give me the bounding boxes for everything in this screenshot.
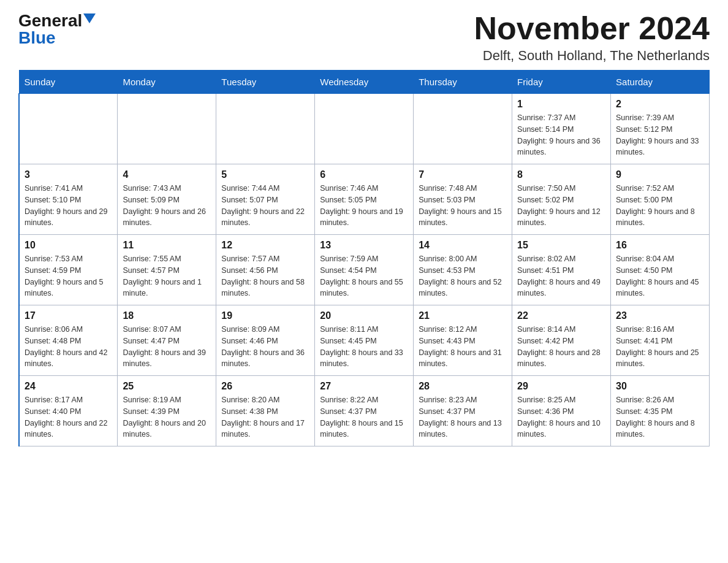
weekday-header-wednesday: Wednesday	[315, 71, 414, 94]
calendar-cell: 24Sunrise: 8:17 AMSunset: 4:40 PMDayligh…	[19, 376, 118, 446]
day-info: Sunrise: 7:52 AMSunset: 5:00 PMDaylight:…	[616, 183, 704, 229]
week-row-2: 3Sunrise: 7:41 AMSunset: 5:10 PMDaylight…	[19, 164, 710, 235]
calendar-cell: 6Sunrise: 7:46 AMSunset: 5:05 PMDaylight…	[315, 164, 414, 235]
weekday-header-friday: Friday	[512, 71, 611, 94]
day-number: 5	[221, 169, 309, 180]
weekday-header-row: SundayMondayTuesdayWednesdayThursdayFrid…	[19, 71, 710, 94]
day-info: Sunrise: 8:12 AMSunset: 4:43 PMDaylight:…	[419, 324, 507, 370]
day-info: Sunrise: 7:53 AMSunset: 4:59 PMDaylight:…	[25, 253, 112, 299]
day-number: 14	[419, 240, 507, 251]
day-info: Sunrise: 8:11 AMSunset: 4:45 PMDaylight:…	[320, 324, 408, 370]
day-number: 8	[517, 169, 605, 180]
day-number: 22	[517, 310, 605, 321]
day-number: 7	[419, 169, 507, 180]
calendar-cell: 9Sunrise: 7:52 AMSunset: 5:00 PMDaylight…	[611, 164, 710, 235]
day-number: 10	[25, 240, 112, 251]
day-number: 20	[320, 310, 408, 321]
day-info: Sunrise: 8:22 AMSunset: 4:37 PMDaylight:…	[320, 394, 408, 440]
page-header: General Blue November 2024 Delft, South …	[18, 12, 710, 64]
day-info: Sunrise: 8:09 AMSunset: 4:46 PMDaylight:…	[221, 324, 309, 370]
calendar-cell: 2Sunrise: 7:39 AMSunset: 5:12 PMDaylight…	[611, 94, 710, 164]
week-row-1: 1Sunrise: 7:37 AMSunset: 5:14 PMDaylight…	[19, 94, 710, 164]
logo-general-row: General	[18, 12, 96, 29]
day-info: Sunrise: 7:44 AMSunset: 5:07 PMDaylight:…	[221, 183, 309, 229]
day-number: 3	[25, 169, 112, 180]
weekday-header-saturday: Saturday	[611, 71, 710, 94]
weekday-header-tuesday: Tuesday	[216, 71, 315, 94]
calendar-cell	[118, 94, 216, 164]
day-number: 2	[616, 99, 704, 110]
day-number: 28	[419, 381, 507, 392]
day-info: Sunrise: 8:00 AMSunset: 4:53 PMDaylight:…	[419, 253, 507, 299]
weekday-header-thursday: Thursday	[414, 71, 512, 94]
calendar-cell: 13Sunrise: 7:59 AMSunset: 4:54 PMDayligh…	[315, 235, 414, 305]
weekday-header-monday: Monday	[118, 71, 216, 94]
day-number: 26	[221, 381, 309, 392]
calendar-cell	[414, 94, 512, 164]
calendar-cell: 26Sunrise: 8:20 AMSunset: 4:38 PMDayligh…	[216, 376, 315, 446]
calendar-cell	[19, 94, 118, 164]
day-info: Sunrise: 8:26 AMSunset: 4:35 PMDaylight:…	[616, 394, 704, 440]
day-info: Sunrise: 7:55 AMSunset: 4:57 PMDaylight:…	[123, 253, 211, 299]
day-number: 27	[320, 381, 408, 392]
day-number: 30	[616, 381, 704, 392]
calendar-cell: 19Sunrise: 8:09 AMSunset: 4:46 PMDayligh…	[216, 305, 315, 376]
calendar-cell: 17Sunrise: 8:06 AMSunset: 4:48 PMDayligh…	[19, 305, 118, 376]
day-number: 24	[25, 381, 112, 392]
day-info: Sunrise: 7:46 AMSunset: 5:05 PMDaylight:…	[320, 183, 408, 229]
day-info: Sunrise: 8:17 AMSunset: 4:40 PMDaylight:…	[25, 394, 112, 440]
calendar-cell: 8Sunrise: 7:50 AMSunset: 5:02 PMDaylight…	[512, 164, 611, 235]
day-info: Sunrise: 8:07 AMSunset: 4:47 PMDaylight:…	[123, 324, 211, 370]
calendar-cell: 18Sunrise: 8:07 AMSunset: 4:47 PMDayligh…	[118, 305, 216, 376]
day-info: Sunrise: 7:59 AMSunset: 4:54 PMDaylight:…	[320, 253, 408, 299]
calendar-cell: 14Sunrise: 8:00 AMSunset: 4:53 PMDayligh…	[414, 235, 512, 305]
day-info: Sunrise: 8:20 AMSunset: 4:38 PMDaylight:…	[221, 394, 309, 440]
calendar-cell: 5Sunrise: 7:44 AMSunset: 5:07 PMDaylight…	[216, 164, 315, 235]
day-number: 29	[517, 381, 605, 392]
day-number: 19	[221, 310, 309, 321]
day-info: Sunrise: 8:14 AMSunset: 4:42 PMDaylight:…	[517, 324, 605, 370]
day-number: 4	[123, 169, 211, 180]
calendar-cell: 20Sunrise: 8:11 AMSunset: 4:45 PMDayligh…	[315, 305, 414, 376]
calendar-cell: 30Sunrise: 8:26 AMSunset: 4:35 PMDayligh…	[611, 376, 710, 446]
calendar-cell: 21Sunrise: 8:12 AMSunset: 4:43 PMDayligh…	[414, 305, 512, 376]
month-title: November 2024	[474, 12, 710, 44]
calendar-cell: 27Sunrise: 8:22 AMSunset: 4:37 PMDayligh…	[315, 376, 414, 446]
calendar-cell	[216, 94, 315, 164]
calendar-cell: 23Sunrise: 8:16 AMSunset: 4:41 PMDayligh…	[611, 305, 710, 376]
day-number: 21	[419, 310, 507, 321]
day-number: 18	[123, 310, 211, 321]
week-row-5: 24Sunrise: 8:17 AMSunset: 4:40 PMDayligh…	[19, 376, 710, 446]
week-row-3: 10Sunrise: 7:53 AMSunset: 4:59 PMDayligh…	[19, 235, 710, 305]
logo: General Blue	[18, 12, 96, 47]
day-number: 15	[517, 240, 605, 251]
calendar-cell: 12Sunrise: 7:57 AMSunset: 4:56 PMDayligh…	[216, 235, 315, 305]
calendar-cell	[315, 94, 414, 164]
day-info: Sunrise: 8:23 AMSunset: 4:37 PMDaylight:…	[419, 394, 507, 440]
day-info: Sunrise: 8:02 AMSunset: 4:51 PMDaylight:…	[517, 253, 605, 299]
week-row-4: 17Sunrise: 8:06 AMSunset: 4:48 PMDayligh…	[19, 305, 710, 376]
day-number: 16	[616, 240, 704, 251]
calendar-cell: 25Sunrise: 8:19 AMSunset: 4:39 PMDayligh…	[118, 376, 216, 446]
day-info: Sunrise: 8:06 AMSunset: 4:48 PMDaylight:…	[25, 324, 112, 370]
day-info: Sunrise: 8:25 AMSunset: 4:36 PMDaylight:…	[517, 394, 605, 440]
day-number: 25	[123, 381, 211, 392]
calendar-table: SundayMondayTuesdayWednesdayThursdayFrid…	[18, 70, 710, 446]
day-info: Sunrise: 7:48 AMSunset: 5:03 PMDaylight:…	[419, 183, 507, 229]
day-number: 11	[123, 240, 211, 251]
calendar-cell: 15Sunrise: 8:02 AMSunset: 4:51 PMDayligh…	[512, 235, 611, 305]
calendar-cell: 11Sunrise: 7:55 AMSunset: 4:57 PMDayligh…	[118, 235, 216, 305]
day-number: 9	[616, 169, 704, 180]
day-info: Sunrise: 7:37 AMSunset: 5:14 PMDaylight:…	[517, 112, 605, 158]
logo-general-text: General	[18, 12, 82, 29]
day-info: Sunrise: 7:39 AMSunset: 5:12 PMDaylight:…	[616, 112, 704, 158]
calendar-cell: 3Sunrise: 7:41 AMSunset: 5:10 PMDaylight…	[19, 164, 118, 235]
location-label: Delft, South Holland, The Netherlands	[474, 48, 710, 64]
day-number: 6	[320, 169, 408, 180]
calendar-cell: 22Sunrise: 8:14 AMSunset: 4:42 PMDayligh…	[512, 305, 611, 376]
day-info: Sunrise: 7:41 AMSunset: 5:10 PMDaylight:…	[25, 183, 112, 229]
day-info: Sunrise: 8:16 AMSunset: 4:41 PMDaylight:…	[616, 324, 704, 370]
day-info: Sunrise: 7:43 AMSunset: 5:09 PMDaylight:…	[123, 183, 211, 229]
logo-triangle-icon	[83, 13, 96, 23]
day-number: 23	[616, 310, 704, 321]
